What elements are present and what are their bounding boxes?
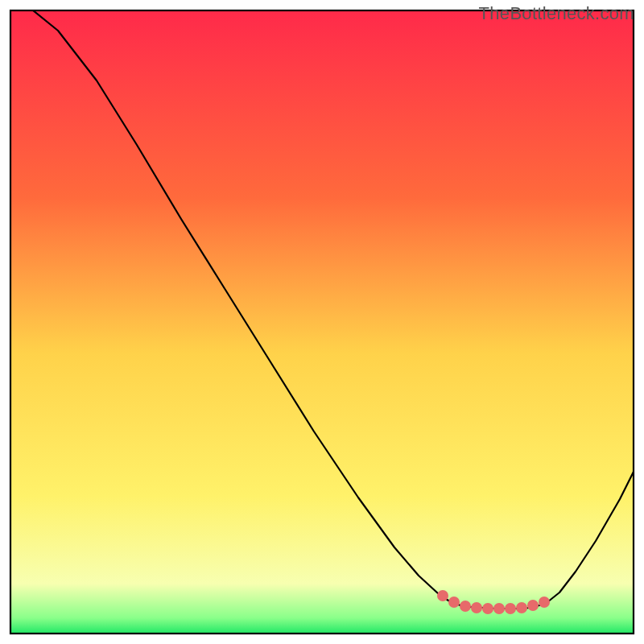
highlight-dot: [471, 602, 482, 613]
highlight-dot: [516, 602, 527, 613]
highlight-dot: [527, 600, 539, 611]
highlight-dot: [437, 590, 448, 601]
watermark-text: TheBottleneck.com: [479, 3, 634, 24]
highlight-dot: [493, 603, 505, 614]
chart-svg: [0, 0, 644, 644]
highlight-dot: [539, 597, 550, 608]
highlight-dot: [482, 603, 493, 614]
gradient-background: [10, 10, 634, 634]
highlight-dot: [448, 597, 460, 608]
highlight-dot: [505, 603, 516, 614]
chart-container: TheBottleneck.com: [0, 0, 644, 644]
highlight-dot: [460, 601, 471, 612]
